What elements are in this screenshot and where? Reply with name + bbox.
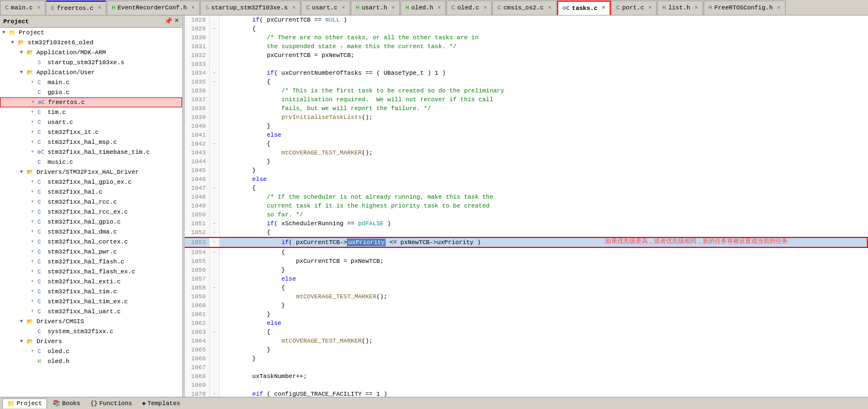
line-expand[interactable] bbox=[210, 175, 220, 184]
tree-node-pwr-c[interactable]: + C stm32f1xx_hal_pwr.c bbox=[0, 247, 182, 257]
tab-close[interactable]: × bbox=[37, 5, 40, 11]
line-expand[interactable]: - bbox=[210, 228, 220, 237]
tree-node-cortex-c[interactable]: + C stm32f1xx_hal_cortex.c bbox=[0, 237, 182, 247]
line-expand[interactable]: - bbox=[210, 69, 220, 77]
line-expand[interactable] bbox=[210, 148, 220, 157]
tab-tasks-c[interactable]: ⚙C tasks.c × bbox=[557, 1, 611, 15]
tab-close[interactable]: × bbox=[438, 5, 441, 11]
tree-node-oled-h[interactable]: H oled.h bbox=[0, 356, 182, 366]
tab-startup-s[interactable]: S startup_stm32f103xe.s × bbox=[200, 1, 300, 15]
tree-node-usart-c[interactable]: + C usart.c bbox=[0, 117, 182, 127]
bottom-tab-functions[interactable]: {} Functions bbox=[86, 399, 137, 408]
tree-node-drivers[interactable]: ▼ 📂 Drivers bbox=[0, 336, 182, 346]
tree-node-oled-c[interactable]: + C oled.c bbox=[0, 346, 182, 356]
line-expand[interactable] bbox=[210, 42, 220, 51]
line-expand[interactable] bbox=[210, 104, 220, 113]
tree-node-hal-msp-c[interactable]: + C stm32f1xx_hal_msp.c bbox=[0, 137, 182, 147]
line-expand[interactable] bbox=[210, 131, 220, 139]
line-expand[interactable]: - bbox=[210, 184, 220, 193]
tree-node-stm32-oled[interactable]: ▼ 📂 stm32f103zet6_oled bbox=[0, 38, 182, 48]
tree-node-rcc-ex-c[interactable]: + C stm32f1xx_hal_rcc_ex.c bbox=[0, 207, 182, 217]
line-expand[interactable] bbox=[210, 372, 220, 381]
line-expand[interactable] bbox=[210, 266, 220, 275]
line-expand[interactable]: - bbox=[210, 219, 220, 228]
project-tree[interactable]: ▼ 📁 Project ▼ 📂 stm32f103zet6_oled ▼ 📂 A… bbox=[0, 28, 182, 397]
code-scroll[interactable]: 1028 if( pxCurrentTCB == NULL ) 1029 - {… bbox=[185, 15, 868, 397]
tree-node-gpio-ex-c[interactable]: + C stm32f1xx_hal_gpio_ex.c bbox=[0, 177, 182, 187]
tree-node-flash-ex-c[interactable]: + C stm32f1xx_hal_flash_ex.c bbox=[0, 267, 182, 277]
line-expand[interactable] bbox=[210, 201, 220, 210]
tab-usart-h[interactable]: H usart.h × bbox=[351, 1, 400, 15]
line-expand[interactable] bbox=[210, 210, 220, 219]
line-expand[interactable] bbox=[210, 15, 220, 24]
tab-oled-h[interactable]: H oled.h × bbox=[401, 1, 446, 15]
panel-close-icon[interactable]: × bbox=[175, 17, 179, 25]
tree-node-tim-ex-c[interactable]: + C stm32f1xx_hal_tim_ex.c bbox=[0, 297, 182, 307]
line-expand[interactable] bbox=[210, 354, 220, 363]
tree-node-hal-tim-c[interactable]: + C stm32f1xx_hal_tim.c bbox=[0, 287, 182, 297]
line-expand[interactable]: - bbox=[210, 328, 220, 336]
line-expand[interactable] bbox=[210, 95, 220, 104]
line-expand[interactable] bbox=[210, 113, 220, 122]
tree-node-freertos-c[interactable]: + ⚙C freertos.c bbox=[0, 97, 182, 107]
tab-close[interactable]: × bbox=[98, 5, 101, 11]
tree-node-system-c[interactable]: C system_stm32f1xx.c bbox=[0, 327, 182, 336]
tree-node-app-mdk[interactable]: ▼ 📂 Application/MDK-ARM bbox=[0, 48, 182, 58]
tree-node-drivers-cmsis[interactable]: ▼ 📂 Drivers/CMSIS bbox=[0, 317, 182, 327]
tree-node-hal-c[interactable]: + C stm32f1xx_hal.c bbox=[0, 187, 182, 197]
line-expand[interactable] bbox=[210, 193, 220, 201]
line-expand[interactable] bbox=[210, 257, 220, 266]
line-expand[interactable] bbox=[210, 292, 220, 301]
tree-node-project-root[interactable]: ▼ 📁 Project bbox=[0, 28, 182, 38]
line-expand[interactable] bbox=[210, 51, 220, 60]
tab-port-c[interactable]: C port.c × bbox=[611, 1, 657, 15]
line-expand[interactable] bbox=[210, 301, 220, 310]
tab-cmsis-c[interactable]: C cmsis_os2.c × bbox=[492, 1, 556, 15]
tree-node-exti-c[interactable]: + C stm32f1xx_hal_exti.c bbox=[0, 277, 182, 287]
tab-close[interactable]: × bbox=[695, 5, 698, 11]
tab-close[interactable]: × bbox=[548, 5, 552, 11]
tab-eventrecorder-h[interactable]: H EventRecorderConf.h × bbox=[107, 1, 200, 15]
line-expand[interactable] bbox=[210, 336, 220, 345]
tab-main-c[interactable]: C main.c × bbox=[0, 1, 45, 15]
line-expand[interactable]: - bbox=[210, 238, 220, 247]
bottom-tab-project[interactable]: 📁 Project bbox=[2, 398, 47, 408]
tab-freertosconfig-h[interactable]: H FreeRTOSConfig.h × bbox=[704, 1, 786, 15]
line-expand[interactable] bbox=[210, 275, 220, 283]
tree-node-app-user[interactable]: ▼ 📂 Application/User bbox=[0, 68, 182, 77]
tree-node-tim-c[interactable]: + C tim.c bbox=[0, 107, 182, 117]
line-expand[interactable] bbox=[210, 157, 220, 166]
tab-close[interactable]: × bbox=[392, 5, 395, 11]
tree-node-music-c[interactable]: C music.c bbox=[0, 157, 182, 167]
tab-oled-c[interactable]: C oled.c × bbox=[446, 1, 492, 15]
tab-usart-c[interactable]: C usart.c × bbox=[301, 1, 350, 15]
tree-node-rcc-c[interactable]: + C stm32f1xx_hal_rcc.c bbox=[0, 197, 182, 207]
line-expand[interactable]: - bbox=[210, 390, 220, 397]
tree-node-drivers-hal[interactable]: ▼ 📂 Drivers/STM32F1xx_HAL_Driver bbox=[0, 167, 182, 177]
bottom-tab-templates[interactable]: ◈ Templates bbox=[138, 398, 185, 408]
tab-close[interactable]: × bbox=[191, 5, 195, 11]
tree-node-it-c[interactable]: + C stm32f1xx_it.c bbox=[0, 127, 182, 137]
line-expand[interactable] bbox=[210, 310, 220, 319]
tab-list-h[interactable]: H list.h × bbox=[657, 1, 703, 15]
line-expand[interactable] bbox=[210, 319, 220, 328]
tree-node-timebase-c[interactable]: + ⚙C stm32f1xx_hal_timebase_tim.c bbox=[0, 147, 182, 157]
line-expand[interactable] bbox=[210, 381, 220, 390]
tab-close[interactable]: × bbox=[777, 5, 781, 11]
tab-freertos-c[interactable]: C freertos.c × bbox=[46, 1, 106, 15]
tab-close[interactable]: × bbox=[648, 5, 652, 11]
line-expand[interactable]: - bbox=[210, 139, 220, 148]
line-expand[interactable]: - bbox=[210, 24, 220, 33]
tree-node-main-c[interactable]: + C main.c bbox=[0, 77, 182, 87]
tab-close[interactable]: × bbox=[484, 5, 487, 11]
tree-node-hal-gpio-c[interactable]: + C stm32f1xx_hal_gpio.c bbox=[0, 217, 182, 227]
tree-node-dma-c[interactable]: + C stm32f1xx_hal_dma.c bbox=[0, 227, 182, 237]
line-expand[interactable] bbox=[210, 166, 220, 175]
tab-close[interactable]: × bbox=[342, 5, 345, 11]
line-expand[interactable] bbox=[210, 60, 220, 69]
tree-node-gpio-c[interactable]: C gpio.c bbox=[0, 87, 182, 97]
line-expand[interactable] bbox=[210, 33, 220, 42]
tab-close[interactable]: × bbox=[602, 5, 605, 11]
tree-node-startup[interactable]: S startup_stm32f103xe.s bbox=[0, 58, 182, 68]
line-expand[interactable] bbox=[210, 345, 220, 354]
